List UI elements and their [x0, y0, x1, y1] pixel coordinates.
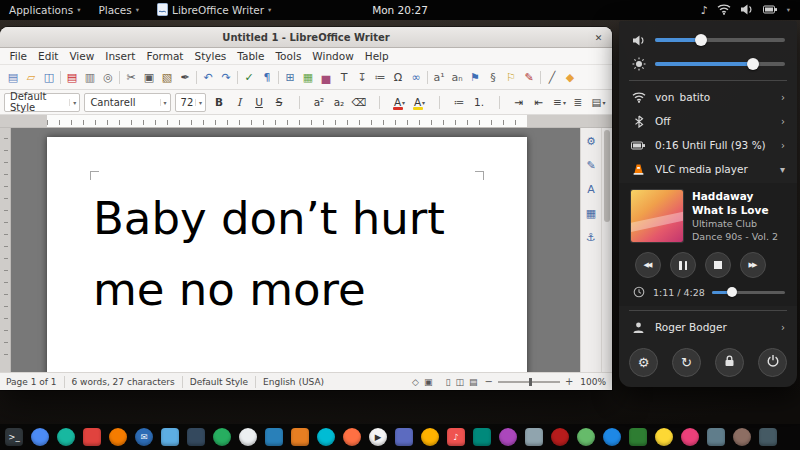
zoom-in-button[interactable]: + [565, 376, 573, 387]
numbered-list-icon[interactable]: 1. [470, 92, 489, 112]
insert-comment-icon[interactable]: ⚐ [502, 67, 520, 87]
spelling-icon[interactable]: ✓ [240, 67, 258, 87]
document-page[interactable]: Baby don’t hurt me no more [47, 137, 527, 372]
vlc-menu-item[interactable]: VLC media player ▾ [619, 157, 797, 181]
dock-app-icon[interactable] [499, 428, 517, 446]
properties-icon[interactable]: ✎ [583, 157, 600, 173]
seek-handle[interactable] [727, 287, 737, 297]
refresh-button[interactable]: ↻ [672, 348, 701, 377]
horizontal-ruler[interactable] [0, 115, 612, 128]
decrease-indent-icon[interactable]: ⇤ [530, 92, 549, 112]
dock-app-icon[interactable] [759, 428, 777, 446]
menu-item[interactable]: Tools [270, 50, 307, 62]
dock-app-icon[interactable] [83, 428, 101, 446]
dock-app-icon[interactable] [707, 428, 725, 446]
system-status-area[interactable]: ♪ ▾ [701, 0, 800, 20]
cross-reference-icon[interactable]: § [484, 67, 502, 87]
selection-mode-icon[interactable]: ◇ [412, 377, 419, 387]
styles-icon[interactable]: A [583, 181, 600, 197]
dock-app-icon[interactable] [239, 428, 257, 446]
clear-formatting-icon[interactable]: ⌫ [350, 92, 369, 112]
special-character-icon[interactable]: Ω [389, 67, 407, 87]
highlight-color-icon[interactable]: A ▾ [410, 92, 429, 112]
increase-indent-icon[interactable]: ⇥ [510, 92, 529, 112]
strikethrough-icon[interactable]: S [270, 92, 289, 112]
settings-button[interactable]: ⚙ [629, 348, 658, 377]
dock-app-icon[interactable] [577, 428, 595, 446]
insert-line-icon[interactable]: ╱ [543, 67, 561, 87]
undo-icon[interactable]: ↶ [199, 67, 217, 87]
bold-icon[interactable]: B [210, 92, 229, 112]
italic-icon[interactable]: I [230, 92, 249, 112]
lock-button[interactable] [715, 348, 744, 377]
zoom-out-button[interactable]: − [484, 376, 492, 387]
cut-icon[interactable]: ✂ [122, 67, 140, 87]
menu-item[interactable]: Help [359, 50, 394, 62]
dock-mail-icon[interactable]: ✉ [135, 428, 153, 446]
basic-shapes-icon[interactable]: ◆ [561, 67, 579, 87]
dock-music-icon[interactable]: ♪ [447, 428, 465, 446]
sidebar-settings-icon[interactable]: ⚙ [583, 133, 600, 149]
gallery-icon[interactable]: ▦ [583, 205, 600, 221]
dock-firefox-icon[interactable] [109, 428, 127, 446]
align-options-icon[interactable]: ≣ [569, 92, 588, 112]
insert-textbox-icon[interactable]: T [335, 67, 353, 87]
dock-app-icon[interactable] [629, 428, 647, 446]
vertical-scrollbar[interactable] [601, 128, 612, 372]
dock-app-icon[interactable] [603, 428, 621, 446]
dock-app-icon[interactable] [551, 428, 569, 446]
zoom-slider[interactable] [498, 381, 560, 383]
toolbar-separator[interactable] [490, 92, 509, 112]
menu-item[interactable]: File [4, 50, 33, 62]
bluetooth-menu-item[interactable]: Off › [619, 109, 797, 133]
insert-table-icon[interactable]: ⊞ [281, 67, 299, 87]
places-menu[interactable]: Places ▾ [89, 0, 148, 20]
font-size-select[interactable]: 72 ▾ [175, 93, 206, 112]
dock-app-icon[interactable] [161, 428, 179, 446]
toolbar-separator[interactable] [290, 92, 309, 112]
insert-chart-icon[interactable]: ▅ [317, 67, 335, 87]
dock-app-icon[interactable] [291, 428, 309, 446]
dock-app-icon[interactable] [57, 428, 75, 446]
print-preview-icon[interactable]: ◎ [99, 67, 117, 87]
dock-app-icon[interactable] [681, 428, 699, 446]
document-text-line[interactable]: Baby don’t hurt [93, 183, 527, 254]
clock[interactable]: Mon 20:27 [372, 4, 428, 16]
insert-footnote-icon[interactable]: a¹ [430, 67, 448, 87]
paragraph-style-status[interactable]: Default Style [190, 377, 248, 387]
word-count[interactable]: 6 words, 27 characters [72, 377, 175, 387]
formatting-marks-icon[interactable]: ¶ [258, 67, 276, 87]
document-text[interactable]: Baby don’t hurt me no more [93, 183, 527, 325]
active-app-menu[interactable]: LibreOffice Writer ▾ [148, 0, 280, 20]
vertical-ruler[interactable] [0, 128, 11, 372]
dock-app-icon[interactable] [265, 428, 283, 446]
applications-menu[interactable]: Applications ▾ [0, 0, 89, 20]
book-view-icon[interactable]: ▤ [469, 377, 478, 387]
track-changes-icon[interactable]: ✎ [520, 67, 538, 87]
export-pdf-icon[interactable]: ▤ [63, 67, 81, 87]
power-button[interactable] [758, 348, 787, 377]
insert-field-icon[interactable]: ≔ [371, 67, 389, 87]
zoom-level[interactable]: 100% [580, 377, 606, 387]
insert-endnote-icon[interactable]: aₙ [448, 67, 466, 87]
clone-formatting-icon[interactable]: ✒ [176, 67, 194, 87]
menu-item[interactable]: Styles [189, 50, 232, 62]
scrollbar-thumb[interactable] [604, 130, 610, 222]
bullet-list-icon[interactable]: ≔ [450, 92, 469, 112]
menu-item[interactable]: Edit [33, 50, 64, 62]
dock-app-icon[interactable] [317, 428, 335, 446]
dock-media-player-icon[interactable]: ▶ [369, 428, 387, 446]
menu-item[interactable]: View [64, 50, 100, 62]
single-page-view-icon[interactable]: ▯ [446, 377, 451, 387]
close-button[interactable]: ✕ [591, 30, 606, 45]
toolbar-separator[interactable] [430, 92, 449, 112]
dock-terminal-icon[interactable]: >_ [5, 428, 23, 446]
redo-icon[interactable]: ↷ [217, 67, 235, 87]
user-menu-item[interactable]: Roger Bodger › [619, 315, 797, 339]
seek-slider[interactable] [712, 291, 785, 294]
menu-item[interactable]: Table [232, 50, 270, 62]
page-indicator[interactable]: Page 1 of 1 [6, 377, 57, 387]
wifi-menu-item[interactable]: von_batito › [619, 85, 797, 109]
titlebar[interactable]: Untitled 1 - LibreOffice Writer ✕ [0, 27, 612, 48]
dock-app-icon[interactable] [421, 428, 439, 446]
